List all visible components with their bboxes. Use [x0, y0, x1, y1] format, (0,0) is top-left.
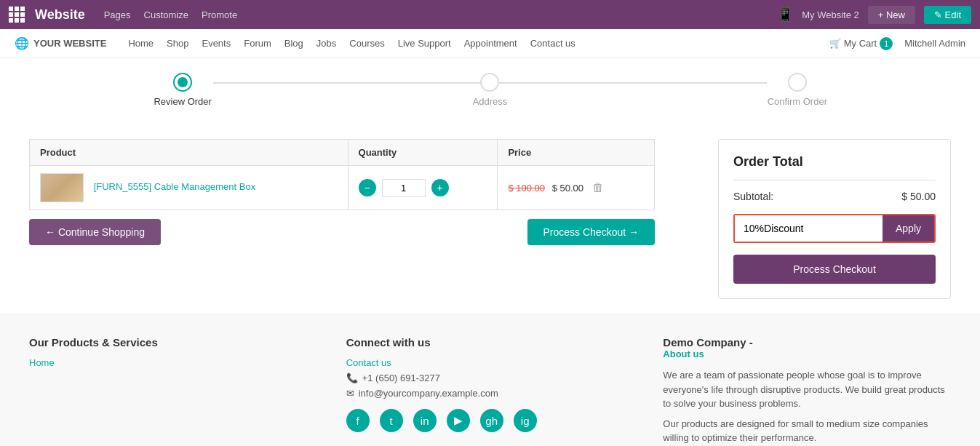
checkout-steps: Review Order Address Confirm Order: [29, 73, 951, 107]
step-label-review: Review Order: [154, 96, 211, 107]
nav-live-support[interactable]: Live Support: [398, 38, 451, 49]
process-checkout-button[interactable]: Process Checkout →: [527, 219, 656, 245]
footer-email: ✉ info@yourcompany.example.com: [346, 388, 634, 399]
order-section: Product Quantity Price [FURN_5555] Cable…: [29, 139, 696, 299]
table-row: [FURN_5555] Cable Management Box − + $ 1…: [30, 166, 655, 210]
company-desc1: We are a team of passionate people whose…: [663, 368, 951, 411]
footer-col-products: Our Products & Services Home: [29, 336, 317, 446]
footer-company-title: Demo Company - About us: [663, 336, 951, 359]
footer-col-connect: Connect with us Contact us 📞 +1 (650) 69…: [346, 336, 634, 446]
promote-link[interactable]: Promote: [202, 9, 237, 20]
step-circle-review: [173, 73, 192, 92]
nav-appointment[interactable]: Appointment: [464, 38, 517, 49]
step-address: Address: [336, 73, 643, 107]
qty-decrease-button[interactable]: −: [359, 179, 376, 196]
new-button[interactable]: + New: [868, 6, 915, 24]
step-label-address: Address: [473, 96, 508, 107]
product-image-inner: [41, 174, 83, 202]
linkedin-icon[interactable]: in: [413, 409, 437, 432]
nav-shop[interactable]: Shop: [167, 38, 188, 49]
cart-icon: 🛒: [829, 38, 841, 49]
col-product: Product: [30, 140, 348, 166]
nav-events[interactable]: Events: [202, 38, 231, 49]
footer-col-company: Demo Company - About us We are a team of…: [663, 336, 951, 446]
price-cell: $ 100.00 $ 50.00 🗑: [498, 166, 655, 210]
admin-label[interactable]: Mitchell Admin: [904, 38, 965, 49]
footer-home-link[interactable]: Home: [29, 357, 317, 368]
nav-forum[interactable]: Forum: [244, 38, 271, 49]
divider: [733, 180, 936, 180]
grid-icon[interactable]: [9, 7, 25, 23]
youtube-icon[interactable]: ▶: [447, 409, 470, 432]
quantity-container: − +: [359, 179, 487, 197]
price-discounted: $ 50.00: [552, 183, 583, 194]
apply-button[interactable]: Apply: [883, 215, 934, 242]
order-total-box: Order Total Subtotal: $ 50.00 Apply Proc…: [718, 139, 951, 299]
phone-icon: 📞: [346, 373, 358, 383]
top-bar-right: 📱 My Website 2 + New ✎ Edit: [777, 6, 971, 24]
col-quantity: Quantity: [348, 140, 498, 166]
coupon-section: Apply: [733, 214, 936, 243]
site-nav-links: Home Shop Events Forum Blog Jobs Courses…: [128, 38, 575, 49]
nav-contact[interactable]: Contact us: [530, 38, 575, 49]
pages-link[interactable]: Pages: [104, 9, 131, 20]
action-buttons: ← Continue Shopping Process Checkout →: [29, 219, 655, 245]
qty-input[interactable]: [382, 179, 426, 197]
delete-item-button[interactable]: 🗑: [592, 181, 604, 194]
facebook-icon[interactable]: f: [346, 409, 370, 432]
col-price: Price: [498, 140, 655, 166]
qty-increase-button[interactable]: +: [431, 179, 449, 196]
email-address: info@yourcompany.example.com: [359, 388, 498, 399]
product-name: [FURN_5555] Cable Management Box: [94, 181, 256, 192]
about-link[interactable]: About us: [663, 349, 951, 359]
footer-connect-title: Connect with us: [346, 336, 634, 349]
customize-link[interactable]: Customize: [144, 9, 188, 20]
logo-text: YOUR WEBSITE: [33, 38, 106, 49]
step-circle-confirm: [788, 73, 807, 92]
website-selector[interactable]: My Website 2: [802, 9, 859, 20]
coupon-input[interactable]: [735, 215, 883, 242]
site-logo: 🌐 YOUR WEBSITE: [15, 36, 106, 50]
step-circle-address: [480, 73, 499, 92]
globe-icon: 🌐: [15, 36, 29, 50]
subtotal-label: Subtotal:: [733, 191, 773, 202]
panel-process-checkout-button[interactable]: Process Checkout: [733, 255, 936, 284]
subtotal-value: $ 50.00: [901, 191, 936, 202]
order-total-title: Order Total: [733, 154, 936, 170]
site-nav-right: 🛒 My Cart 1 Mitchell Admin: [829, 37, 965, 50]
nav-jobs[interactable]: Jobs: [316, 38, 336, 49]
edit-button[interactable]: ✎ Edit: [924, 6, 971, 24]
product-cell: [FURN_5555] Cable Management Box: [30, 166, 348, 210]
step-label-confirm: Confirm Order: [768, 96, 827, 107]
phone-number: +1 (650) 691-3277: [362, 373, 440, 383]
nav-home[interactable]: Home: [128, 38, 154, 49]
email-icon: ✉: [346, 388, 354, 399]
order-total-panel: Order Total Subtotal: $ 50.00 Apply Proc…: [718, 139, 951, 299]
mobile-icon: 📱: [777, 7, 793, 23]
nav-courses[interactable]: Courses: [349, 38, 384, 49]
step-review: Review Order: [29, 73, 336, 107]
subtotal-row: Subtotal: $ 50.00: [733, 191, 936, 202]
instagram-icon[interactable]: ig: [514, 409, 537, 432]
nav-blog[interactable]: Blog: [284, 38, 303, 49]
product-image: [40, 173, 84, 202]
footer-products-title: Our Products & Services: [29, 336, 317, 349]
price-original: $ 100.00: [508, 183, 545, 194]
footer-phone: 📞 +1 (650) 691-3277: [346, 373, 634, 383]
cart-link[interactable]: 🛒 My Cart 1: [829, 37, 893, 50]
continue-shopping-button[interactable]: ← Continue Shopping: [29, 219, 161, 245]
company-name: Demo Company: [663, 336, 746, 349]
top-admin-bar: Website Pages Customize Promote 📱 My Web…: [0, 0, 980, 29]
github-icon[interactable]: gh: [480, 409, 503, 432]
top-nav-links: Pages Customize Promote: [104, 9, 237, 20]
site-navigation: 🌐 YOUR WEBSITE Home Shop Events Forum Bl…: [0, 29, 980, 58]
cart-badge: 1: [880, 37, 893, 50]
cart-label: My Cart: [844, 38, 877, 49]
footer-contact-link[interactable]: Contact us: [346, 357, 634, 368]
footer: Our Products & Services Home Connect wit…: [0, 314, 980, 446]
twitter-icon[interactable]: t: [380, 409, 403, 432]
brand-label: Website: [35, 7, 85, 23]
quantity-cell: − +: [348, 166, 498, 210]
social-icons: f t in ▶ gh ig: [346, 409, 634, 432]
company-desc2: Our products are designed for small to m…: [663, 417, 951, 445]
